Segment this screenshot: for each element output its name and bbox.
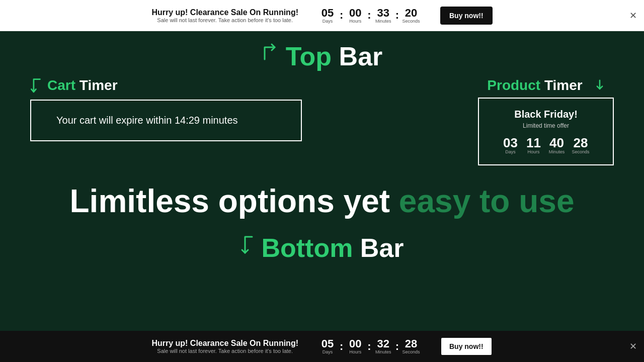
top-hours-num: 00 xyxy=(346,8,364,19)
product-minutes-num: 40 xyxy=(548,136,565,149)
cart-timer-title: Cart Timer xyxy=(47,77,118,94)
top-bar-section-title: Top Bar xyxy=(286,41,383,71)
bottom-bar-arrow-icon xyxy=(240,235,257,257)
top-bar-text: Hurry up! Clearance Sale On Running! Sal… xyxy=(151,8,298,23)
bottom-bar: Hurry up! Clearance Sale On Running! Sal… xyxy=(0,331,644,362)
limitless-muted: easy to use xyxy=(399,183,575,219)
top-hours-unit: 00 Hours xyxy=(346,8,364,24)
bottom-sep3: : xyxy=(395,340,399,352)
bottom-seconds-num: 28 xyxy=(402,338,420,349)
bottom-hours-unit: 00 Hours xyxy=(346,338,364,354)
bottom-hours-label: Hours xyxy=(346,349,364,354)
bottom-days-num: 05 xyxy=(318,338,337,349)
product-hours-unit: 11 Hours xyxy=(525,136,541,154)
top-minutes-label: Minutes xyxy=(374,19,392,24)
top-hours-label: Hours xyxy=(346,19,364,24)
top-seconds-label: Seconds xyxy=(402,19,420,24)
main-content: Top Bar Cart Timer Your cart will expire… xyxy=(0,31,644,331)
bottom-bar-section-title: Bottom Bar xyxy=(261,233,404,263)
product-countdown: 03 Days 11 Hours 40 Minutes xyxy=(491,136,601,154)
bottom-seconds-label: Seconds xyxy=(402,349,420,354)
top-bar-countdown: 05 Days : 00 Hours : 33 Minutes : 20 Sec… xyxy=(318,8,420,24)
product-days-num: 03 xyxy=(502,136,518,149)
top-close-icon[interactable]: ✕ xyxy=(629,10,637,21)
bottom-seconds-unit: 28 Seconds xyxy=(402,338,420,354)
product-timer-label: Product Timer xyxy=(487,77,604,94)
product-timer-box: Black Friday! Limited time offer 03 Days… xyxy=(478,98,614,165)
bottom-days-unit: 05 Days xyxy=(318,338,337,354)
top-days-label: Days xyxy=(318,19,337,24)
product-minutes-label: Minutes xyxy=(548,149,565,154)
timers-row: Cart Timer Your cart will expire within … xyxy=(30,77,614,165)
cart-timer-label: Cart Timer xyxy=(30,77,118,96)
bottom-bar-text: Hurry up! Clearance Sale On Running! Sal… xyxy=(151,339,298,354)
top-sep2: : xyxy=(367,9,371,21)
bottom-bar-title: Hurry up! Clearance Sale On Running! xyxy=(151,339,298,348)
top-sep1: : xyxy=(340,9,343,21)
limitless-section: Limitless options yet easy to use xyxy=(70,184,575,219)
product-timer-title: Product Timer xyxy=(487,77,582,94)
bottom-sep2: : xyxy=(367,340,371,352)
bottom-sep1: : xyxy=(340,340,343,352)
bottom-bar-subtitle: Sale will not last forever. Take action … xyxy=(151,348,298,354)
top-bar-section-label: Top Bar xyxy=(262,41,383,71)
cart-timer-section: Cart Timer Your cart will expire within … xyxy=(30,77,302,141)
product-seconds-num: 28 xyxy=(572,136,589,149)
limitless-white: Limitless options yet xyxy=(70,183,399,219)
top-seconds-num: 20 xyxy=(402,8,420,19)
bottom-bar-countdown: 05 Days : 00 Hours : 32 Minutes : 28 Sec… xyxy=(318,338,420,354)
top-seconds-unit: 20 Seconds xyxy=(402,8,420,24)
top-days-num: 05 xyxy=(318,8,337,19)
top-minutes-unit: 33 Minutes xyxy=(374,8,392,24)
bottom-buy-button[interactable]: Buy now!! xyxy=(440,337,493,356)
top-bar-title: Hurry up! Clearance Sale On Running! xyxy=(151,8,298,17)
top-bar: Hurry up! Clearance Sale On Running! Sal… xyxy=(0,0,644,31)
bottom-minutes-num: 32 xyxy=(374,338,392,349)
product-timer-arrow-icon xyxy=(595,79,605,92)
product-timer-section: Product Timer Black Friday! Limited time… xyxy=(478,77,614,165)
cart-timer-arrow-icon xyxy=(30,77,45,96)
top-minutes-num: 33 xyxy=(374,8,392,19)
cart-timer-box: Your cart will expire within 14:29 minut… xyxy=(30,100,302,141)
product-minutes-unit: 40 Minutes xyxy=(548,136,565,154)
bottom-days-label: Days xyxy=(318,349,337,354)
product-seconds-unit: 28 Seconds xyxy=(572,136,589,154)
product-box-title: Black Friday! xyxy=(491,109,601,120)
limitless-text: Limitless options yet easy to use xyxy=(70,184,575,219)
top-sep3: : xyxy=(395,9,399,21)
top-days-unit: 05 Days xyxy=(318,8,337,24)
top-bar-subtitle: Sale will not last forever. Take action … xyxy=(151,17,298,23)
product-days-unit: 03 Days xyxy=(502,136,518,154)
product-hours-label: Hours xyxy=(525,149,541,154)
bottom-close-icon[interactable]: ✕ xyxy=(629,341,637,352)
cart-timer-text: Your cart will expire within 14:29 minut… xyxy=(56,115,276,126)
top-buy-button[interactable]: Buy now!! xyxy=(440,7,493,25)
product-seconds-label: Seconds xyxy=(572,149,589,154)
product-hours-num: 11 xyxy=(525,136,541,149)
bottom-minutes-label: Minutes xyxy=(374,349,392,354)
bottom-bar-section-label: Bottom Bar xyxy=(240,233,404,263)
top-bar-arrow-icon xyxy=(262,43,282,63)
product-box-subtitle: Limited time offer xyxy=(491,122,601,129)
bottom-hours-num: 00 xyxy=(346,338,364,349)
bottom-minutes-unit: 32 Minutes xyxy=(374,338,392,354)
